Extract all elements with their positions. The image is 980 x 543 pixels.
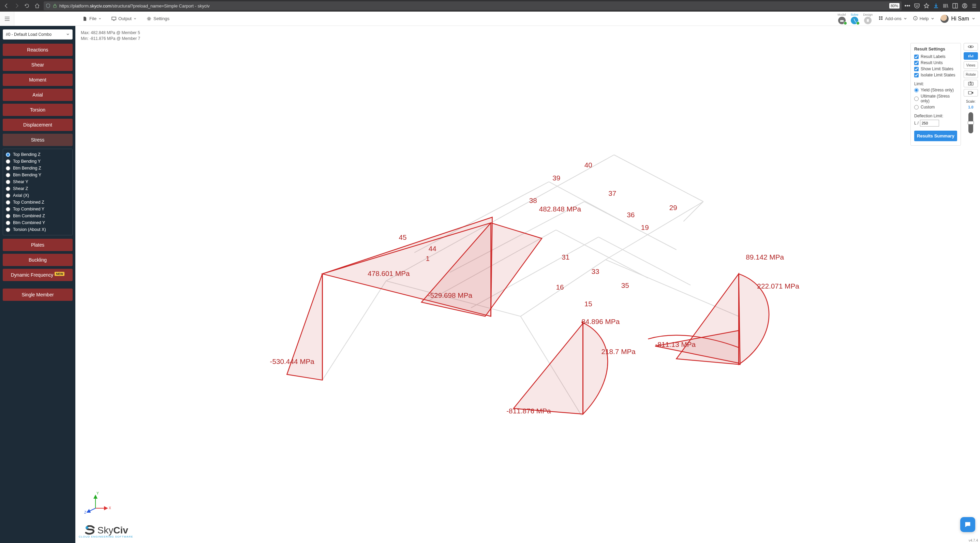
zoom-badge[interactable]: 80% xyxy=(889,3,899,8)
menu-file[interactable]: File xyxy=(83,16,101,21)
mode-solve-label: Solve xyxy=(851,13,859,16)
svg-rect-1 xyxy=(953,3,958,8)
pocket-icon[interactable] xyxy=(914,3,920,9)
menu-addons[interactable]: Add-ons xyxy=(879,16,907,21)
sidebar-icon[interactable] xyxy=(952,3,958,9)
user-menu[interactable]: Hi Sam xyxy=(940,15,975,23)
home-button[interactable] xyxy=(33,2,41,10)
menu-icon[interactable] xyxy=(971,3,977,9)
svg-rect-11 xyxy=(879,18,880,20)
mode-design-label: Design xyxy=(863,13,873,16)
bookmark-star-icon[interactable] xyxy=(923,3,929,9)
svg-rect-0 xyxy=(54,5,56,8)
mode-design[interactable]: Design xyxy=(863,13,873,24)
nav-toggle[interactable] xyxy=(0,11,14,25)
forward-button[interactable] xyxy=(13,2,21,10)
menu-output-label: Output xyxy=(118,16,132,21)
library-icon[interactable] xyxy=(942,3,949,9)
monitor-icon xyxy=(111,16,116,21)
menu-help[interactable]: ? Help xyxy=(913,16,934,21)
shield-icon xyxy=(46,3,51,8)
menu-addons-label: Add-ons xyxy=(885,16,901,21)
mode-solve[interactable]: Solve xyxy=(851,13,859,24)
mode-model-label: Model xyxy=(837,13,846,16)
mode-model[interactable]: Model xyxy=(837,13,846,24)
more-icon[interactable]: ••• xyxy=(904,3,910,9)
help-icon: ? xyxy=(913,16,918,21)
menu-file-label: File xyxy=(89,16,97,21)
svg-rect-5 xyxy=(112,17,116,20)
svg-point-6 xyxy=(148,18,150,19)
mode-switcher: Model Solve Design xyxy=(837,13,873,24)
grid-icon xyxy=(879,16,883,21)
menu-settings[interactable]: Settings xyxy=(146,16,169,21)
reload-button[interactable] xyxy=(23,2,31,10)
gear-icon xyxy=(146,16,151,21)
lock-icon xyxy=(52,3,57,8)
menu-output[interactable]: Output xyxy=(111,16,137,21)
svg-rect-9 xyxy=(879,16,880,18)
url-text: https://platform.skyciv.com/structural?p… xyxy=(59,3,886,8)
svg-rect-8 xyxy=(867,19,869,22)
menu-help-label: Help xyxy=(920,16,929,21)
download-icon[interactable] xyxy=(933,3,939,9)
menu-settings-label: Settings xyxy=(153,16,169,21)
svg-rect-7 xyxy=(840,20,843,22)
svg-text:?: ? xyxy=(915,17,916,20)
address-bar[interactable]: https://platform.skyciv.com/structural?p… xyxy=(44,2,902,10)
back-button[interactable] xyxy=(3,2,10,10)
account-icon[interactable] xyxy=(962,3,968,9)
browser-toolbar: https://platform.skyciv.com/structural?p… xyxy=(0,0,980,11)
svg-rect-10 xyxy=(881,16,883,18)
user-greeting: Hi Sam xyxy=(951,16,969,22)
svg-rect-12 xyxy=(881,18,883,20)
svg-point-4 xyxy=(964,5,966,6)
avatar xyxy=(940,15,949,23)
app-topbar: File Output Settings Model Solve Design xyxy=(0,11,980,26)
file-icon xyxy=(83,16,87,21)
